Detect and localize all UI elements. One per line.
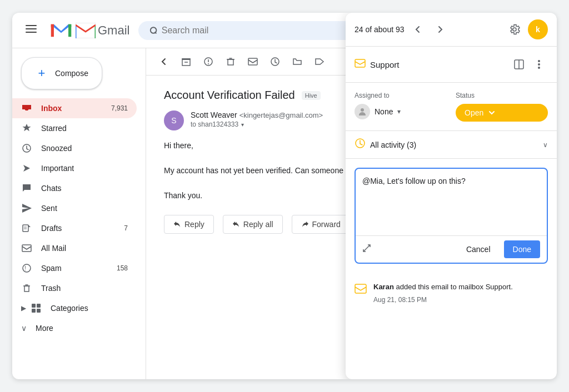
more-label: More <box>36 324 128 333</box>
comment-box: @Mia, Let's follow up on this? Cancel Do… <box>355 168 548 264</box>
label-button[interactable] <box>311 53 328 71</box>
svg-point-36 <box>361 108 364 112</box>
assignee-avatar <box>355 104 370 119</box>
sender-to: to shan1324333 ▾ <box>191 120 323 128</box>
sender-avatar: S <box>164 110 184 130</box>
snoozed-icon <box>21 143 32 154</box>
sidebar-item-drafts[interactable]: Drafts 7 <box>12 218 137 238</box>
gmail-logo <box>50 22 72 39</box>
support-section-header: Support <box>346 47 557 83</box>
inbox-count: 7,931 <box>111 104 128 112</box>
spam-icon: ! <box>21 263 32 274</box>
sidebar-item-starred[interactable]: Starred <box>12 118 137 138</box>
compose-button[interactable]: + Compose <box>21 57 102 89</box>
sidebar-item-spam[interactable]: ! Spam 158 <box>12 258 137 278</box>
split-view-button[interactable] <box>510 56 528 73</box>
activity-chevron-icon: ∨ <box>543 141 548 149</box>
sidebar: + Compose Inbox 7,931 Starred <box>12 48 146 379</box>
starred-label: Starred <box>41 124 128 133</box>
allmail-icon <box>21 243 32 254</box>
forward-icon <box>301 220 309 228</box>
next-button[interactable] <box>431 21 449 38</box>
inbox-label: Inbox <box>41 104 111 113</box>
sidebar-item-more[interactable]: ∨ More <box>12 318 137 338</box>
svg-rect-2 <box>26 32 37 33</box>
svg-point-34 <box>538 63 540 66</box>
archive-button[interactable] <box>177 53 195 71</box>
reply-all-button[interactable]: Reply all <box>223 215 283 234</box>
more-chevron: ∨ <box>21 324 27 333</box>
spam-label: Spam <box>41 264 117 273</box>
svg-rect-1 <box>26 28 37 29</box>
compose-label: Compose <box>55 69 88 78</box>
sidebar-item-sent[interactable]: Sent <box>12 198 137 218</box>
compose-plus-icon: + <box>35 67 48 80</box>
svg-rect-23 <box>37 309 41 313</box>
svg-rect-28 <box>248 58 257 65</box>
sidebar-item-important[interactable]: Important <box>12 158 137 178</box>
snooze-button[interactable] <box>266 53 284 71</box>
comment-text[interactable]: @Mia, Let's follow up on this? <box>356 169 547 235</box>
gmail-wordmark: Gmail <box>98 23 129 38</box>
assigned-to-dropdown[interactable]: None ▾ <box>355 104 447 119</box>
panel-navigation: 24 of about 93 <box>355 21 449 38</box>
menu-icon[interactable] <box>21 19 41 42</box>
allmail-label: All Mail <box>41 244 128 253</box>
svg-marker-7 <box>51 24 54 27</box>
move-button[interactable] <box>288 53 306 71</box>
back-button[interactable] <box>155 53 173 71</box>
panel-body: Support <box>346 47 557 379</box>
svg-rect-14 <box>23 225 28 232</box>
categories-arrow: ▶ <box>21 304 26 312</box>
sidebar-item-allmail[interactable]: All Mail <box>12 238 137 258</box>
cancel-button[interactable]: Cancel <box>457 240 500 258</box>
sidebar-item-inbox[interactable]: Inbox 7,931 <box>12 98 137 118</box>
comment-buttons: Cancel Done <box>457 240 540 258</box>
split-view-icon <box>514 59 524 69</box>
reply-button[interactable]: Reply <box>164 215 214 234</box>
prev-button[interactable] <box>409 21 427 38</box>
email-tag: Hive <box>302 91 321 100</box>
user-avatar[interactable]: k <box>528 19 548 39</box>
panel-count: 24 of about 93 <box>355 25 405 34</box>
sent-label: Sent <box>41 204 128 213</box>
sidebar-item-categories[interactable]: ▶ Categories <box>12 298 137 318</box>
report-button[interactable] <box>199 53 217 71</box>
svg-rect-22 <box>32 309 36 313</box>
settings-button[interactable] <box>506 21 523 38</box>
svg-rect-21 <box>37 304 41 308</box>
chats-icon <box>21 183 32 194</box>
trash-label: Trash <box>41 284 128 293</box>
gear-icon <box>509 24 520 35</box>
svg-point-33 <box>538 60 540 62</box>
mark-unread-button[interactable] <box>244 53 262 71</box>
sidebar-item-snoozed[interactable]: Snoozed <box>12 138 137 158</box>
activity-content: Karan added this email to mailbox Suppor… <box>373 282 513 305</box>
chats-label: Chats <box>41 184 128 193</box>
assigned-to-group: Assigned to None ▾ <box>355 92 447 122</box>
svg-point-27 <box>208 63 209 64</box>
activity-header[interactable]: All activity (3) ∨ <box>346 131 557 159</box>
more-options-icon <box>538 60 540 69</box>
sender-name: Scott Weaver <kingertejas@gmail.com> <box>191 110 323 119</box>
sidebar-item-trash[interactable]: Trash <box>12 278 137 298</box>
important-icon <box>21 163 32 174</box>
svg-rect-0 <box>26 25 37 26</box>
more-options-button[interactable] <box>530 56 548 73</box>
categories-icon <box>31 303 42 314</box>
expand-icon[interactable] <box>362 244 371 255</box>
svg-rect-20 <box>32 304 36 308</box>
done-button[interactable]: Done <box>504 240 540 258</box>
status-dropdown[interactable]: Open <box>456 104 548 122</box>
sidebar-item-chats[interactable]: Chats <box>12 178 137 198</box>
forward-button[interactable]: Forward <box>292 215 350 234</box>
svg-point-35 <box>538 67 540 69</box>
drafts-label: Drafts <box>41 224 124 233</box>
starred-icon <box>21 123 32 134</box>
assignee-chevron: ▾ <box>397 108 401 115</box>
important-label: Important <box>41 164 128 173</box>
search-icon <box>147 26 157 36</box>
delete-button[interactable] <box>222 53 239 71</box>
spam-count: 158 <box>117 264 128 272</box>
panel-header: 24 of about 93 k <box>346 13 557 47</box>
